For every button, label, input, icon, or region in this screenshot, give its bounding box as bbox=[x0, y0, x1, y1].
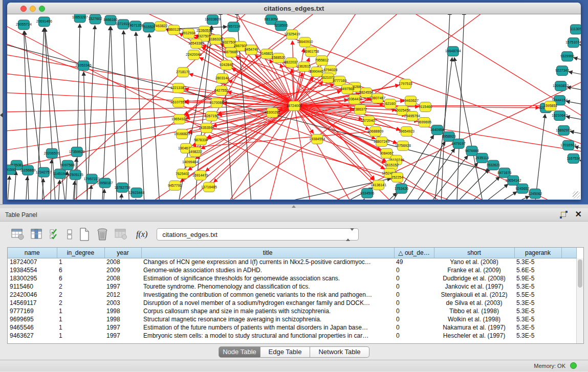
graph-node[interactable]: 19384554 bbox=[309, 134, 325, 144]
graph-node[interactable]: 10807487 bbox=[369, 94, 385, 103]
new-table-button[interactable] bbox=[79, 228, 90, 241]
graph-node[interactable]: 16914479 bbox=[192, 170, 208, 180]
graph-node[interactable]: 12505135 bbox=[68, 170, 83, 180]
column-header-year[interactable]: year bbox=[104, 248, 141, 258]
graph-node[interactable]: 29495794 bbox=[404, 111, 420, 121]
tab-node-table[interactable]: Node Table bbox=[219, 346, 260, 358]
table-mode-button[interactable] bbox=[11, 228, 25, 240]
table-row[interactable]: 946554611997Estimation of the future num… bbox=[8, 323, 576, 332]
graph-node[interactable]: 17016504 bbox=[560, 140, 576, 150]
graph-node[interactable]: 1245062 bbox=[528, 189, 542, 199]
graph-node[interactable]: 15751074 bbox=[565, 38, 581, 48]
graph-node[interactable]: 252254 bbox=[391, 172, 403, 182]
graph-node[interactable]: 9457791 bbox=[168, 181, 182, 190]
graph-node[interactable]: 12923448 bbox=[128, 188, 144, 198]
graph-node[interactable]: 16107553 bbox=[170, 98, 186, 107]
node-table[interactable]: namein_degreeyeartitle△ out_de…shortpage… bbox=[7, 247, 584, 344]
graph-node[interactable]: 18807249 bbox=[374, 137, 389, 146]
graph-node[interactable]: 16648784 bbox=[445, 47, 461, 56]
table-row[interactable]: 977716911998Corpus callosum shape and si… bbox=[8, 307, 576, 315]
float-panel-icon[interactable] bbox=[560, 211, 568, 218]
graph-node[interactable]: 9245652 bbox=[515, 184, 529, 193]
row-selection-button[interactable] bbox=[49, 228, 60, 240]
graph-node[interactable]: 19654923 bbox=[399, 126, 415, 136]
graph-node[interactable]: 12093832 bbox=[553, 81, 569, 91]
table-row[interactable]: 946362711997Embryonic stem cells: a mode… bbox=[8, 332, 576, 340]
graph-node[interactable]: 12342757 bbox=[36, 167, 52, 177]
table-row[interactable]: 1938455462009Genome-wide association stu… bbox=[8, 266, 576, 274]
graph-node[interactable]: 9242848 bbox=[220, 60, 233, 70]
graph-node[interactable]: 14353594 bbox=[199, 123, 214, 133]
column-visibility-button[interactable] bbox=[31, 228, 43, 240]
tab-edge-table[interactable]: Edge Table bbox=[260, 346, 310, 358]
graph-node[interactable]: 8860128 bbox=[167, 25, 181, 35]
graph-node[interactable]: 22420046 bbox=[186, 50, 202, 60]
graph-node[interactable]: 10958187 bbox=[97, 178, 113, 188]
table-scrollbar[interactable] bbox=[576, 258, 583, 343]
panel-collapse-arrow[interactable] bbox=[0, 113, 3, 118]
delete-table-button[interactable] bbox=[96, 228, 108, 241]
graph-node[interactable]: 13716485 bbox=[201, 182, 217, 192]
graph-node[interactable]: 9334506 bbox=[360, 188, 374, 198]
table-row[interactable]: 969969511998Structural magnetic resonanc… bbox=[8, 315, 576, 323]
graph-node[interactable]: 62160 bbox=[385, 99, 396, 109]
graph-node[interactable]: 20691406 bbox=[36, 17, 52, 27]
graph-node[interactable]: 19463627 bbox=[403, 96, 419, 106]
graph-node[interactable]: 20364436 bbox=[346, 95, 362, 104]
column-header-pagerank[interactable]: pagerank bbox=[514, 248, 561, 258]
graph-node[interactable]: 111305 bbox=[570, 25, 581, 34]
window-titlebar[interactable]: citations_edges.txt bbox=[7, 3, 581, 14]
graph-node[interactable]: 1797515 bbox=[399, 79, 412, 89]
function-builder-button[interactable]: f(x) bbox=[136, 230, 147, 239]
graph-node[interactable]: 1362615 bbox=[297, 62, 311, 72]
graph-node[interactable]: 1145194 bbox=[53, 169, 67, 179]
table-selector-dropdown[interactable]: citations_edges.txt bbox=[157, 228, 359, 240]
graph-node[interactable]: 1640954 bbox=[430, 125, 444, 135]
graph-node[interactable]: 12213383 bbox=[170, 83, 186, 93]
graph-node[interactable]: 16033809 bbox=[205, 15, 221, 25]
graph-node[interactable]: 14671358 bbox=[127, 21, 143, 31]
graph-node[interactable]: 1588520 bbox=[272, 53, 286, 63]
table-row[interactable]: 2242004622012Investigating the contribut… bbox=[8, 291, 576, 299]
graph-node[interactable]: 14099484 bbox=[182, 157, 198, 167]
graph-node[interactable]: 15720407 bbox=[361, 116, 377, 125]
graph-node[interactable]: 8427552 bbox=[214, 86, 228, 96]
table-row[interactable]: 1872400712008Changes of HCN gene express… bbox=[8, 258, 576, 266]
graph-node[interactable]: 16210643 bbox=[552, 111, 568, 120]
graph-node[interactable]: 9115460 bbox=[419, 102, 432, 112]
citation-graph[interactable]: 2905572420691406106532871527602846616010… bbox=[7, 14, 581, 200]
graph-node[interactable]: 1527602 bbox=[89, 14, 102, 24]
graph-node[interactable]: 16782759 bbox=[114, 183, 130, 192]
network-view[interactable]: 2905572420691406106532871527602846616010… bbox=[7, 14, 581, 200]
graph-node[interactable]: 1595851 bbox=[543, 101, 557, 111]
graph-node[interactable]: 9170084 bbox=[210, 98, 224, 108]
graph-node[interactable]: 8822037 bbox=[284, 58, 298, 68]
rows-button[interactable] bbox=[67, 228, 73, 240]
graph-node[interactable]: 17359928 bbox=[69, 147, 85, 157]
graph-node[interactable]: 5875685 bbox=[224, 48, 238, 57]
import-table-button-disabled[interactable] bbox=[115, 228, 128, 240]
graph-node[interactable]: 18300295 bbox=[265, 107, 280, 117]
graph-node[interactable]: 10756928 bbox=[395, 141, 411, 150]
graph-node[interactable]: 8267150 bbox=[205, 111, 219, 121]
graph-node[interactable]: 14136141 bbox=[371, 180, 386, 190]
graph-node[interactable]: 8186328 bbox=[209, 35, 223, 45]
graph-node[interactable]: 9699695 bbox=[418, 117, 431, 127]
graph-node[interactable]: 10653287 bbox=[72, 14, 88, 23]
graph-node[interactable]: 19166825 bbox=[174, 129, 190, 139]
column-header-in_degree[interactable]: in_degree bbox=[57, 248, 104, 258]
column-header-short[interactable]: short bbox=[434, 248, 514, 258]
graph-node[interactable]: 12325419 bbox=[285, 30, 300, 39]
graph-node[interactable]: 5878334 bbox=[194, 135, 208, 145]
graph-node[interactable]: 7386372 bbox=[353, 105, 367, 115]
column-header-title[interactable]: title bbox=[141, 248, 394, 258]
graph-node[interactable]: 2803144 bbox=[215, 74, 229, 83]
column-header-name[interactable]: name bbox=[8, 248, 57, 258]
graph-node[interactable]: 7955812 bbox=[315, 56, 329, 65]
table-row[interactable]: 911546021997Tourette syndrome. Phenomeno… bbox=[8, 282, 576, 291]
graph-node[interactable]: 7857224 bbox=[227, 22, 241, 32]
graph-node[interactable]: 9227343 bbox=[555, 66, 569, 76]
graph-node[interactable]: 6497568 bbox=[340, 84, 354, 94]
table-scrollbar-thumb[interactable] bbox=[578, 259, 582, 288]
graph-node[interactable]: 7463822 bbox=[154, 21, 167, 31]
